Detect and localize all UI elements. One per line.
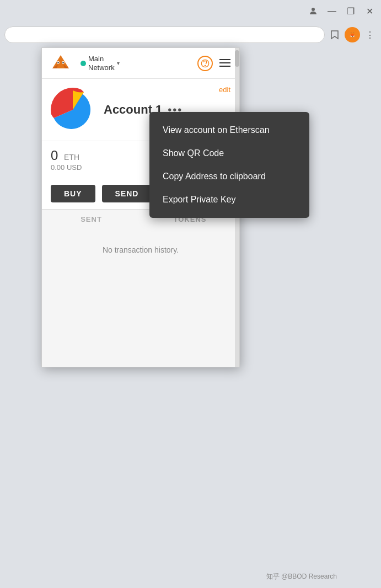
toolbar: 🦊 ⋮ xyxy=(0,22,381,47)
export-private-key-item[interactable]: Export Private Key xyxy=(149,188,309,211)
edit-link[interactable]: edit xyxy=(219,85,230,94)
title-bar: — ❒ ✕ xyxy=(0,0,381,22)
header-right xyxy=(197,56,230,71)
minimize-button[interactable]: — xyxy=(327,6,337,16)
buy-button[interactable]: BUY xyxy=(51,185,95,202)
popup-header: Main Network ▾ xyxy=(42,48,239,79)
metamask-extension-icon[interactable]: 🦊 xyxy=(345,27,360,42)
svg-point-9 xyxy=(57,62,58,63)
metamask-popup: Main Network ▾ xyxy=(41,47,240,367)
toolbar-right: 🦊 ⋮ xyxy=(328,27,377,42)
network-selector[interactable]: Main Network ▾ xyxy=(76,52,124,74)
eth-unit: ETH xyxy=(64,153,79,162)
svg-rect-15 xyxy=(219,66,230,67)
account-circle-icon[interactable] xyxy=(308,6,318,16)
network-status-dot xyxy=(81,61,86,66)
hamburger-menu-icon[interactable] xyxy=(219,57,230,70)
svg-rect-14 xyxy=(219,62,230,63)
fox-logo xyxy=(51,54,71,73)
svg-point-10 xyxy=(62,62,63,63)
send-button[interactable]: SEND xyxy=(102,185,152,202)
show-qr-code-item[interactable]: Show QR Code xyxy=(149,142,309,165)
sent-tab[interactable]: SENT xyxy=(42,210,141,229)
copy-address-item[interactable]: Copy Address to clipboard xyxy=(149,165,309,188)
usd-unit: USD xyxy=(67,163,82,172)
svg-point-12 xyxy=(205,65,205,66)
popup-container: Main Network ▾ xyxy=(0,47,381,588)
svg-text:🦊: 🦊 xyxy=(350,32,356,38)
network-sub-label: Network xyxy=(88,63,115,72)
support-icon[interactable] xyxy=(197,56,213,71)
svg-point-0 xyxy=(312,8,315,11)
account-avatar xyxy=(51,88,95,132)
maximize-button[interactable]: ❒ xyxy=(346,6,356,16)
view-etherscan-item[interactable]: View account on Etherscan xyxy=(149,119,309,142)
svg-rect-13 xyxy=(219,59,230,60)
no-tx-message: No transaction history. xyxy=(103,245,179,254)
account-dropdown-menu: View account on Etherscan Show QR Code C… xyxy=(149,112,309,218)
scrollbar-thumb[interactable] xyxy=(235,50,239,67)
eth-amount: 0 xyxy=(51,148,58,163)
account-section: edit xyxy=(42,79,239,141)
transaction-history: No transaction history. xyxy=(42,229,239,367)
network-main-label: Main xyxy=(88,55,115,63)
network-chevron-icon: ▾ xyxy=(117,60,120,66)
watermark: 知乎 @BBOD Research xyxy=(266,572,337,581)
chrome-menu-icon[interactable]: ⋮ xyxy=(363,28,377,41)
close-button[interactable]: ✕ xyxy=(364,6,374,16)
bookmark-icon[interactable] xyxy=(328,28,341,41)
usd-amount: 0.00 xyxy=(51,163,65,172)
address-bar[interactable] xyxy=(4,26,325,43)
